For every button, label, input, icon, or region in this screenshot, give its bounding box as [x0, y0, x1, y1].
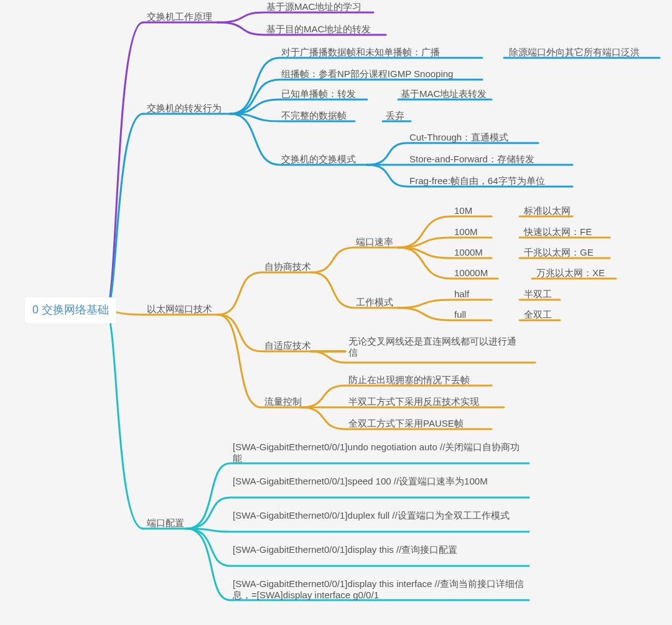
b4-c4[interactable]: [SWA-GigabitEthernet0/0/1]display this /… — [233, 544, 525, 555]
b4-c5[interactable]: [SWA-GigabitEthernet0/0/1]display this i… — [233, 578, 525, 601]
b3-s3-label[interactable]: 流量控制 — [264, 396, 302, 407]
b2-c1[interactable]: 对于广播播数据帧和未知单播帧：广播 — [281, 47, 440, 58]
b3-r1[interactable]: 10M — [454, 205, 472, 216]
b3-w1a[interactable]: 半双工 — [524, 289, 552, 300]
b2-c3a[interactable]: 基于MAC地址表转发 — [401, 88, 487, 100]
b3-label[interactable]: 以太网端口技术 — [147, 303, 212, 315]
b2-c5-m3[interactable]: Frag-free:帧自由，64字节为单位 — [409, 175, 545, 187]
b1-label[interactable]: 交换机工作原理 — [147, 11, 212, 22]
root-node[interactable]: 0 交换网络基础 — [25, 297, 116, 323]
b4-c2[interactable]: [SWA-GigabitEthernet0/0/1]speed 100 //设置… — [233, 476, 525, 487]
b3-f3[interactable]: 全双工方式下采用PAUSE帧 — [348, 418, 464, 429]
b4-c1[interactable]: [SWA-GigabitEthernet0/0/1]undo negotiati… — [233, 442, 525, 464]
b3-r2[interactable]: 100M — [454, 226, 478, 238]
mindmap-canvas: 0 交换网络基础 交换机工作原理 基于源MAC地址的学习 基于目的MAC地址的转… — [0, 0, 672, 625]
b3-r2a[interactable]: 快速以太网：FE — [524, 226, 592, 238]
b1-c1[interactable]: 基于源MAC地址的学习 — [266, 1, 362, 12]
b1-c2[interactable]: 基于目的MAC地址的转发 — [266, 24, 371, 35]
b3-w2a[interactable]: 全双工 — [524, 309, 552, 320]
b2-c5-label[interactable]: 交换机的交换模式 — [281, 154, 356, 165]
b2-c4[interactable]: 不完整的数据帧 — [281, 110, 347, 121]
b3-w1[interactable]: half — [454, 289, 469, 300]
b2-c5-m1[interactable]: Cut-Through：直通模式 — [409, 132, 508, 143]
b3-r4a[interactable]: 万兆以太网：XE — [536, 267, 605, 279]
b3-rate-label[interactable]: 端口速率 — [356, 236, 393, 248]
b3-s2-desc[interactable]: 无论交叉网线还是直连网线都可以进行通信 — [348, 336, 523, 358]
b3-r3[interactable]: 1000M — [454, 247, 483, 258]
b2-c5-m2[interactable]: Store-and-Forward：存储转发 — [409, 154, 534, 165]
b2-c4a[interactable]: 丢弃 — [386, 110, 404, 121]
b2-c2[interactable]: 组播帧：参看NP部分课程IGMP Snooping — [281, 68, 453, 80]
b3-workmode-label[interactable]: 工作模式 — [356, 297, 393, 308]
b2-c3[interactable]: 已知单播帧：转发 — [281, 88, 356, 100]
b3-r4[interactable]: 10000M — [454, 267, 488, 279]
b3-s1-label[interactable]: 自协商技术 — [264, 261, 311, 272]
b3-w2[interactable]: full — [454, 309, 466, 320]
b4-label[interactable]: 端口配置 — [147, 517, 184, 529]
b3-f2[interactable]: 半双工方式下采用反压技术实现 — [348, 396, 479, 407]
b4-c3[interactable]: [SWA-GigabitEthernet0/0/1]duplex full //… — [233, 510, 525, 521]
b2-label[interactable]: 交换机的转发行为 — [147, 103, 222, 114]
b2-c1a[interactable]: 除源端口外向其它所有端口泛洪 — [509, 47, 640, 58]
b3-r3a[interactable]: 千兆以太网：GE — [524, 247, 594, 258]
b3-r1a[interactable]: 标准以太网 — [524, 205, 571, 216]
b3-s2-label[interactable]: 自适应技术 — [264, 340, 311, 351]
b3-f1[interactable]: 防止在出现拥塞的情况下丢帧 — [348, 374, 470, 386]
